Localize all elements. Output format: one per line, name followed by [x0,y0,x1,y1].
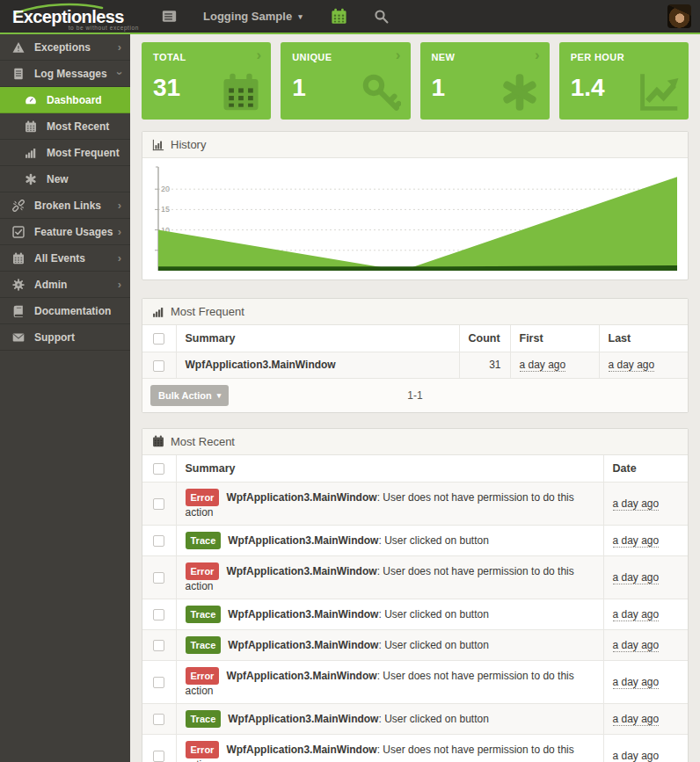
stat-label: PER HOUR [571,52,677,62]
row-checkbox[interactable] [153,677,164,688]
project-selector-label: Logging Sample [203,10,292,23]
sidebar-item-label: Most Frequent [47,147,120,159]
sidebar-item-all-events[interactable]: All Events› [0,245,130,272]
sidebar-item-new[interactable]: New [0,166,130,192]
sidebar-item-label: Dashboard [47,94,102,106]
chart-line-icon [638,72,679,112]
sidebar-item-label: All Events [34,252,85,265]
relative-time: a day ago [613,750,660,762]
count-cell: 31 [459,352,510,378]
stat-card-new[interactable]: NEW›1 [420,42,550,120]
row-checkbox[interactable] [153,498,164,510]
calendar-icon [221,72,261,112]
date-cell: a day ago [603,660,688,703]
sidebar-item-most-recent[interactable]: Most Recent [0,113,130,140]
warning-triangle-icon [12,41,25,54]
row-checkbox[interactable] [153,360,164,372]
row-checkbox[interactable] [153,572,164,584]
chevron-right-icon: › [118,41,121,53]
level-badge: Trace [186,710,222,728]
sidebar-item-label: Support [34,331,75,344]
calendar-icon [12,252,25,265]
table-row[interactable]: ErrorWpfApplication3.MainWindow: User do… [142,660,688,703]
column-header-summary: Summary [176,455,603,483]
sidebar-item-admin[interactable]: Admin› [0,272,130,298]
most-frequent-table: SummaryCountFirstLast WpfApplication3.Ma… [142,325,688,378]
column-header-first: First [510,325,599,352]
history-panel-header: History [142,132,688,158]
chevron-right-icon: › [257,47,262,62]
history-area-chart: 5101520 [142,158,688,279]
logo-text: Exceptionless [12,8,124,25]
sidebar-item-support[interactable]: Support [0,324,130,351]
row-checkbox[interactable] [153,714,164,725]
stat-card-total[interactable]: TOTAL›31 [142,42,271,120]
table-row[interactable]: TraceWpfApplication3.MainWindow: User cl… [142,525,688,555]
date-cell: a day ago [603,734,688,762]
app-logo[interactable]: Exceptionless to be without exception [9,2,142,32]
caret-down-icon: ▾ [217,391,222,400]
list-alt-icon[interactable] [162,9,177,24]
most-recent-table: SummaryDate ErrorWpfApplication3.MainWin… [142,455,688,762]
table-row[interactable]: ErrorWpfApplication3.MainWindow: User do… [142,482,688,525]
sidebar-item-label: Documentation [34,305,111,317]
sidebar-item-feature-usages[interactable]: Feature Usages› [0,219,130,245]
chevron-right-icon: › [118,279,121,290]
date-cell: a day ago [603,629,688,660]
summary-cell: ErrorWpfApplication3.MainWindow: User do… [176,660,603,703]
row-checkbox[interactable] [153,751,164,762]
project-selector[interactable]: Logging Sample ▾ [203,10,303,23]
most-frequent-panel-title: Most Frequent [171,305,244,318]
sidebar-item-exceptions[interactable]: Exceptions› [0,34,130,61]
most-recent-panel-header: Most Recent [142,429,688,455]
stat-label: TOTAL [153,52,259,62]
user-avatar[interactable] [667,4,691,28]
sidebar-item-label: Log Messages [34,68,107,80]
sidebar-item-broken-links[interactable]: Broken Links› [0,192,130,219]
table-row[interactable]: WpfApplication3.MainWindow31a day agoa d… [142,352,688,378]
sidebar-item-documentation[interactable]: Documentation [0,298,130,324]
sidebar-item-label: Admin [34,279,67,291]
row-checkbox[interactable] [153,640,164,651]
relative-time: a day ago [613,571,660,584]
bar-chart-icon [25,147,37,159]
calendar-icon[interactable] [331,8,347,25]
table-row[interactable]: TraceWpfApplication3.MainWindow: User cl… [142,629,688,660]
date-cell: a day ago [603,525,688,555]
check-square-icon [12,226,25,238]
relative-time: a day ago [613,676,660,689]
relative-time: a day ago [613,713,660,726]
svg-text:15: 15 [161,205,170,214]
table-header-row: SummaryCountFirstLast [142,325,688,352]
chevron-right-icon: › [396,47,401,62]
table-row[interactable]: TraceWpfApplication3.MainWindow: User cl… [142,703,688,734]
stat-card-per-hour[interactable]: PER HOUR1.4 [559,42,689,120]
row-checkbox[interactable] [153,609,164,620]
select-all-checkbox[interactable] [153,333,164,345]
sidebar-item-dashboard[interactable]: Dashboard [0,87,130,113]
select-all-checkbox[interactable] [153,463,164,475]
search-icon[interactable] [374,9,389,24]
asterisk-icon [499,72,540,112]
sidebar-item-most-frequent[interactable]: Most Frequent [0,140,130,166]
summary-cell: TraceWpfApplication3.MainWindow: User cl… [176,599,603,629]
stat-card-unique[interactable]: UNIQUE›1 [281,42,410,120]
table-row[interactable]: ErrorWpfApplication3.MainWindow: User do… [142,555,688,599]
table-row[interactable]: TraceWpfApplication3.MainWindow: User cl… [142,599,688,629]
column-header-count: Count [459,325,510,352]
chevron-down-icon: › [113,71,125,75]
asterisk-icon [25,173,37,185]
sidebar-item-label: New [47,173,69,185]
summary-cell: ErrorWpfApplication3.MainWindow: User do… [176,482,603,525]
summary-cell: TraceWpfApplication3.MainWindow: User cl… [176,703,603,734]
bulk-action-button[interactable]: Bulk Action ▾ [150,385,229,406]
caret-down-icon: ▾ [298,12,303,21]
row-checkbox[interactable] [153,535,164,547]
top-navbar: Exceptionless to be without exception Lo… [0,0,700,34]
svg-text:20: 20 [161,185,170,193]
sidebar-item-log-messages[interactable]: Log Messages› [0,61,130,87]
most-recent-panel-title: Most Recent [171,435,235,448]
table-row[interactable]: ErrorWpfApplication3.MainWindow: User do… [142,734,688,762]
stat-label: NEW [432,52,538,62]
relative-time: a day ago [613,534,660,548]
